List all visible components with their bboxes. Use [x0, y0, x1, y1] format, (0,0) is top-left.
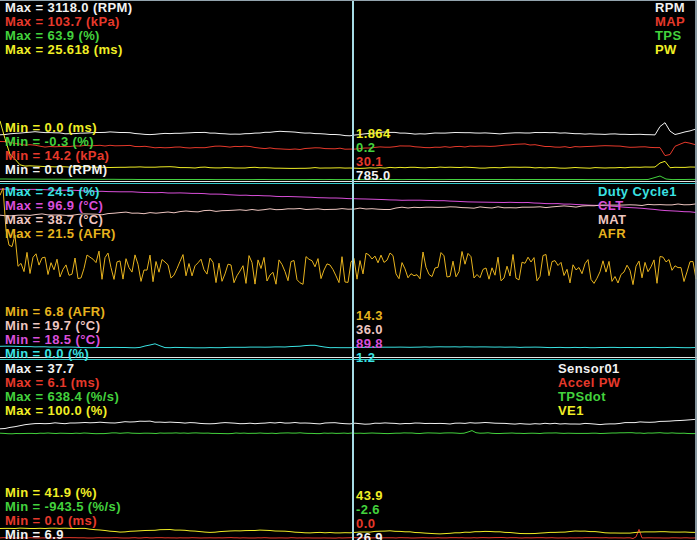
cur-tpsdot: -2.6	[356, 503, 383, 517]
max-sensor01: Max = 37.7	[5, 362, 119, 376]
max-ve1: Max = 100.0 (%)	[5, 404, 119, 418]
labels-rpm[interactable]: RPM	[655, 1, 685, 15]
cur-tps: 0.2	[356, 141, 391, 155]
cur-sensor01: 26.9	[356, 531, 383, 540]
min-rpm: Min = 0.0 (RPM)	[5, 163, 109, 177]
max-mat: Max = 38.7 (°C)	[5, 213, 116, 227]
labels-duty-cycle1[interactable]: Duty Cycle1	[598, 185, 677, 199]
cur-rpm: 785.0	[356, 169, 391, 183]
pane1-min-values: Min = 0.0 (ms)Min = -0.3 (%)Min = 14.2 (…	[5, 121, 109, 177]
pane1-max-values: Max = 3118.0 (RPM)Max = 103.7 (kPa)Max =…	[5, 1, 133, 57]
min-tps: Min = -0.3 (%)	[5, 135, 109, 149]
log-viewer-graph[interactable]: Max = 3118.0 (RPM)Max = 103.7 (kPa)Max =…	[0, 0, 697, 540]
max-tps: Max = 63.9 (%)	[5, 29, 133, 43]
cur-map: 30.1	[356, 155, 391, 169]
pane3-channel-names: Sensor01Accel PWTPSdotVE1	[558, 362, 620, 418]
labels-afr[interactable]: AFR	[598, 227, 677, 241]
max-tpsdot: Max = 638.4 (%/s)	[5, 390, 119, 404]
min-duty-cycle1: Min = 0.0 (%)	[5, 347, 105, 361]
pane3-min-values: Min = 41.9 (%)Min = -943.5 (%/s)Min = 0.…	[5, 486, 121, 540]
labels-pw[interactable]: PW	[655, 43, 685, 57]
cur-mat: 36.0	[356, 323, 383, 337]
pane3-cursor-values: 43.9-2.60.026.9	[356, 489, 383, 540]
pane1-cursor-values: 1.8640.230.1785.0	[356, 127, 391, 183]
max-clt: Max = 96.9 (°C)	[5, 199, 116, 213]
max-accel-pw: Max = 6.1 (ms)	[5, 376, 119, 390]
pane3-max-values: Max = 37.7Max = 6.1 (ms)Max = 638.4 (%/s…	[5, 362, 119, 418]
cur-accel-pw: 0.0	[356, 517, 383, 531]
pane-divider-1	[0, 181, 697, 182]
window-top-edge	[0, 0, 697, 1]
labels-map[interactable]: MAP	[655, 15, 685, 29]
trace-sensor01	[0, 419, 695, 428]
labels-tps[interactable]: TPS	[655, 29, 685, 43]
pane2-min-values: Min = 6.8 (AFR)Min = 19.7 (°C)Min = 18.5…	[5, 305, 105, 361]
min-clt: Min = 18.5 (°C)	[5, 333, 105, 347]
labels-accel-pw[interactable]: Accel PW	[558, 376, 620, 390]
cur-clt: 89.8	[356, 337, 383, 351]
min-ve1: Min = 41.9 (%)	[5, 486, 121, 500]
min-tpsdot: Min = -943.5 (%/s)	[5, 500, 121, 514]
time-cursor-line[interactable]	[352, 0, 354, 540]
trace-plot-area[interactable]	[0, 0, 697, 540]
cur-pw: 1.864	[356, 127, 391, 141]
pane2-cursor-values: 14.336.089.81.2	[356, 309, 383, 365]
cur-duty-cycle1: 1.2	[356, 351, 383, 365]
labels-ve1[interactable]: VE1	[558, 404, 620, 418]
max-afr: Max = 21.5 (AFR)	[5, 227, 116, 241]
max-rpm: Max = 3118.0 (RPM)	[5, 1, 133, 15]
pane1-channel-names: RPMMAPTPSPW	[655, 1, 685, 57]
pane2-channel-names: Duty Cycle1CLTMATAFR	[598, 185, 677, 241]
labels-sensor01[interactable]: Sensor01	[558, 362, 620, 376]
max-pw: Max = 25.618 (ms)	[5, 43, 133, 57]
min-afr: Min = 6.8 (AFR)	[5, 305, 105, 319]
labels-mat[interactable]: MAT	[598, 213, 677, 227]
min-sensor01: Min = 6.9	[5, 528, 121, 540]
max-map: Max = 103.7 (kPa)	[5, 15, 133, 29]
min-accel-pw: Min = 0.0 (ms)	[5, 514, 121, 528]
labels-tpsdot[interactable]: TPSdot	[558, 390, 620, 404]
max-duty-cycle1: Max = 24.5 (%)	[5, 185, 116, 199]
pane2-max-values: Max = 24.5 (%)Max = 96.9 (°C)Max = 38.7 …	[5, 185, 116, 241]
labels-clt[interactable]: CLT	[598, 199, 677, 213]
trace-tpsdot	[0, 431, 696, 434]
min-map: Min = 14.2 (kPa)	[5, 149, 109, 163]
min-mat: Min = 19.7 (°C)	[5, 319, 105, 333]
min-pw: Min = 0.0 (ms)	[5, 121, 109, 135]
cur-ve1: 43.9	[356, 489, 383, 503]
cur-afr: 14.3	[356, 309, 383, 323]
pane-divider-1-accent	[0, 183, 697, 184]
